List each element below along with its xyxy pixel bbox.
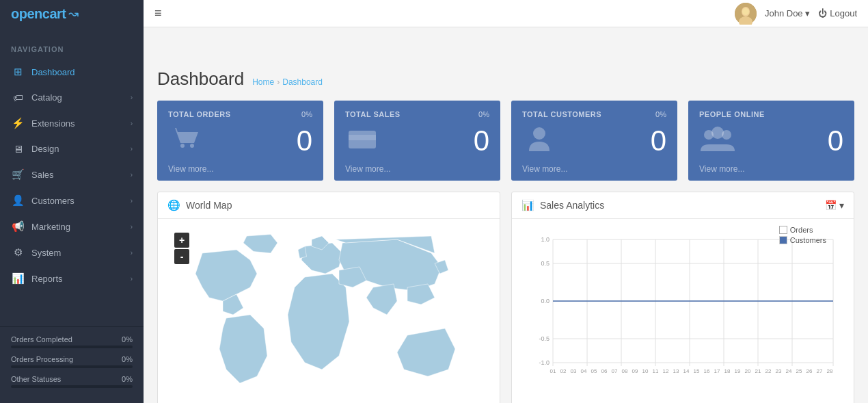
- breadcrumb-dashboard[interactable]: Dashboard: [282, 77, 323, 87]
- breadcrumb: Home › Dashboard: [252, 77, 323, 87]
- stat-card-value: 0: [828, 127, 843, 155]
- page-title: Dashboard: [157, 68, 244, 90]
- svg-text:23: 23: [776, 368, 782, 374]
- nav-items-container: ⊞ Dashboard 🏷 Catalog › ⚡ Extensions › 🖥…: [0, 59, 144, 291]
- sidebar-marketing-label: Marketing: [31, 222, 131, 232]
- sidebar-item-extensions[interactable]: ⚡ Extensions ›: [0, 110, 144, 136]
- legend-orders: Orders: [779, 226, 826, 234]
- world-map-body: + -: [158, 219, 500, 403]
- svg-text:15: 15: [694, 368, 700, 374]
- stat-card-title: TOTAL SALES: [345, 110, 401, 118]
- sidebar-reports-icon: 📊: [11, 272, 25, 285]
- legend-customers-label: Customers: [790, 236, 826, 244]
- world-map-header: 🌐 World Map: [158, 192, 500, 219]
- legend-orders-label: Orders: [790, 226, 813, 234]
- sidebar-extensions-label: Extensions: [31, 118, 131, 129]
- zoom-out-button[interactable]: -: [174, 249, 189, 264]
- stat-card-value: 0: [651, 127, 666, 155]
- stat-card-percent: 0%: [301, 110, 312, 118]
- svg-text:22: 22: [765, 368, 772, 374]
- world-map-panel: 🌐 World Map + -: [157, 192, 500, 403]
- svg-text:05: 05: [591, 368, 597, 374]
- progress-bar-bg: [11, 346, 133, 348]
- avatar-svg: [735, 3, 757, 25]
- header-username[interactable]: John Doe ▾: [765, 8, 810, 18]
- calendar-button[interactable]: 📅 ▾: [825, 200, 844, 211]
- breadcrumb-separator: ›: [277, 77, 280, 87]
- svg-text:18: 18: [724, 368, 731, 374]
- menu-toggle-icon[interactable]: ≡: [154, 6, 162, 21]
- svg-text:08: 08: [622, 368, 628, 374]
- sidebar-dashboard-label: Dashboard: [31, 67, 133, 77]
- svg-text:17: 17: [714, 368, 720, 374]
- progress-bar-bg: [11, 385, 133, 388]
- stat-card-percent: 0%: [478, 110, 489, 118]
- breadcrumb-home[interactable]: Home: [252, 77, 274, 87]
- sidebar-design-chevron: ›: [131, 145, 133, 153]
- svg-text:11: 11: [653, 368, 659, 374]
- logout-button[interactable]: ⏻ Logout: [818, 8, 857, 18]
- sidebar-sales-label: Sales: [31, 170, 131, 180]
- progress-bar-bg: [11, 365, 133, 368]
- stat-label: Orders Completed: [11, 335, 72, 343]
- stat-card-link[interactable]: View more...: [168, 164, 312, 174]
- svg-text:25: 25: [796, 368, 802, 374]
- sidebar-catalog-icon: 🏷: [11, 92, 25, 103]
- svg-text:10: 10: [642, 368, 649, 374]
- stat-card-link[interactable]: View more...: [522, 164, 666, 174]
- stat-card-total-orders: TOTAL ORDERS 0% 0 View more...: [157, 101, 323, 181]
- svg-text:24: 24: [786, 368, 792, 374]
- nav-label: NAVIGATION: [0, 34, 144, 59]
- svg-text:28: 28: [827, 368, 833, 374]
- sidebar-item-reports[interactable]: 📊 Reports ›: [0, 265, 144, 291]
- sales-analytics-title: Sales Analytics: [540, 200, 604, 211]
- sidebar-stats: Orders Completed 0% Orders Processing 0%…: [0, 326, 144, 403]
- chart-icon: 📊: [521, 199, 534, 211]
- sidebar-catalog-chevron: ›: [131, 94, 133, 101]
- stat-card-people-online: PEOPLE ONLINE 0 View more...: [688, 101, 854, 181]
- sidebar-item-sales[interactable]: 🛒 Sales ›: [0, 161, 144, 187]
- logo-area: opencart ↝: [0, 0, 144, 27]
- chart-svg: 1.0 0.5 0.0 -0.5 -1.0 01 02 03 04 05 06: [521, 226, 844, 376]
- svg-point-6: [533, 127, 545, 140]
- sidebar-item-system[interactable]: ⚙ System ›: [0, 239, 144, 265]
- svg-text:09: 09: [632, 368, 638, 374]
- sidebar: opencart ↝ NAVIGATION ⊞ Dashboard 🏷 Cata…: [0, 0, 144, 403]
- stat-card-title: TOTAL ORDERS: [168, 110, 231, 118]
- sidebar-item-customers[interactable]: 👤 Customers ›: [0, 187, 144, 213]
- logo-text: opencart: [11, 6, 66, 22]
- svg-text:16: 16: [704, 368, 710, 374]
- sidebar-dashboard-icon: ⊞: [11, 66, 25, 78]
- sidebar-item-design[interactable]: 🖥 Design ›: [0, 136, 144, 161]
- sidebar-catalog-label: Catalog: [31, 92, 131, 103]
- svg-text:13: 13: [673, 368, 679, 374]
- sidebar-system-icon: ⚙: [11, 246, 25, 259]
- svg-point-3: [742, 8, 749, 15]
- sidebar-item-marketing[interactable]: 📢 Marketing ›: [0, 213, 144, 239]
- svg-text:04: 04: [581, 368, 587, 374]
- sidebar-item-catalog[interactable]: 🏷 Catalog ›: [0, 85, 144, 110]
- sidebar-system-chevron: ›: [131, 249, 133, 257]
- stat-card-icon: [522, 122, 556, 159]
- svg-text:06: 06: [601, 368, 608, 374]
- sidebar-sales-icon: 🛒: [11, 168, 25, 181]
- sales-analytics-header: 📊 Sales Analytics 📅 ▾: [512, 192, 854, 219]
- zoom-in-button[interactable]: +: [174, 233, 189, 248]
- legend-orders-box: [779, 226, 787, 234]
- stat-label: Orders Processing: [11, 355, 73, 363]
- stat-card-link[interactable]: View more...: [699, 164, 843, 174]
- legend-customers-box: [779, 236, 787, 244]
- sidebar-marketing-chevron: ›: [131, 223, 133, 231]
- sidebar-item-dashboard[interactable]: ⊞ Dashboard: [0, 59, 144, 85]
- sidebar-reports-chevron: ›: [131, 275, 133, 283]
- sidebar-system-label: System: [31, 248, 131, 258]
- svg-text:27: 27: [817, 368, 823, 374]
- svg-text:0.0: 0.0: [541, 298, 550, 304]
- sidebar-stat-row: Orders Completed 0%: [11, 335, 133, 348]
- sidebar-extensions-icon: ⚡: [11, 117, 25, 129]
- stat-percent: 0%: [122, 355, 133, 363]
- main-content: Dashboard Home › Dashboard TOTAL ORDERS …: [144, 55, 868, 403]
- sidebar-reports-label: Reports: [31, 274, 131, 284]
- stat-card-link[interactable]: View more...: [345, 164, 489, 174]
- stat-card-value: 0: [297, 127, 312, 155]
